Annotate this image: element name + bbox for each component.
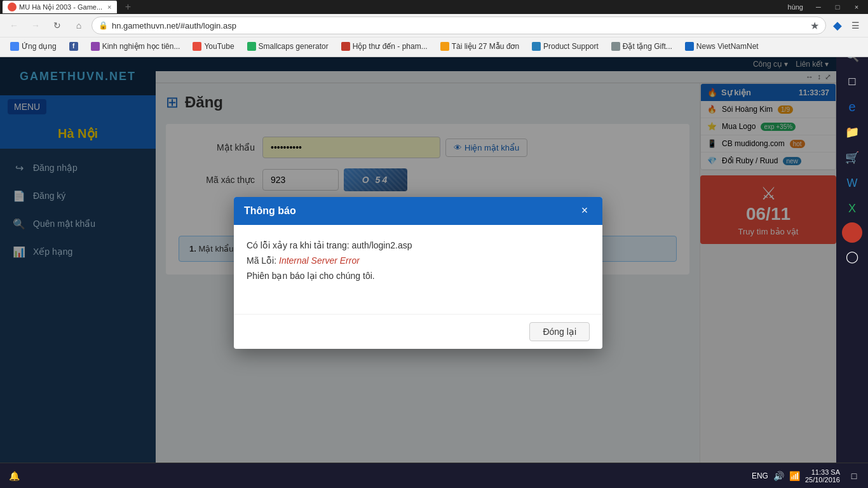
- window-controls: hùng ─ □ ×: [788, 1, 868, 13]
- bookmark-favicon: [440, 42, 449, 51]
- dialog-line2-prefix: Mã Lỗi:: [247, 255, 279, 266]
- dialog-close-btn[interactable]: Đóng lại: [529, 322, 590, 341]
- bookmark-favicon: f: [69, 42, 78, 51]
- dialog-header: Thông báo ×: [234, 197, 602, 225]
- error-dialog: Thông báo × Có lỗi xảy ra khi tải trang:…: [234, 197, 602, 349]
- taskbar-notification-icon[interactable]: 🔔: [5, 467, 23, 485]
- app-icon-red[interactable]: [842, 222, 862, 243]
- browser-tab-active[interactable]: MU Hà Nội 2003 - Game... ×: [3, 1, 117, 13]
- home-button[interactable]: ⌂: [70, 17, 88, 34]
- task-view-icon[interactable]: □: [841, 70, 864, 93]
- bookmark-favicon: [341, 42, 350, 51]
- close-button[interactable]: ×: [848, 1, 865, 13]
- tab-title: MU Hà Nội 2003 - Game...: [19, 3, 102, 11]
- ssl-lock-icon: 🔒: [98, 21, 108, 30]
- taskbar-left: 🔔: [5, 467, 23, 485]
- minimize-button[interactable]: ─: [810, 1, 827, 13]
- bookmark-favicon: [91, 42, 100, 51]
- excel-icon[interactable]: X: [841, 197, 864, 220]
- store-icon[interactable]: 🛒: [841, 146, 864, 169]
- dialog-line2: Mã Lỗi: Internal Server Error: [247, 255, 590, 266]
- notification-center-icon[interactable]: □: [845, 467, 863, 485]
- titlebar-left: MU Hà Nội 2003 - Game... × +: [0, 0, 137, 16]
- bookmark-label: Hộp thư đến - pham...: [353, 42, 428, 51]
- bookmark-label: Kinh nghiệm học tiên...: [102, 42, 180, 51]
- bookmarks-bar: Ứng dụng f Kinh nghiệm học tiên... YouTu…: [0, 37, 868, 55]
- bookmark-youtube[interactable]: YouTube: [187, 41, 239, 52]
- taskbar-lang[interactable]: ENG: [752, 471, 768, 480]
- volume-icon[interactable]: 🔊: [773, 471, 784, 481]
- bookmark-label: YouTube: [204, 42, 234, 51]
- bookmark-label: News VietNamNet: [696, 42, 759, 51]
- bookmark-label: Product Support: [543, 42, 599, 51]
- star-icon[interactable]: ★: [810, 20, 819, 32]
- back-button[interactable]: ←: [5, 17, 23, 34]
- tab-close-btn[interactable]: ×: [107, 3, 111, 11]
- new-tab-button[interactable]: +: [119, 0, 137, 16]
- clock-date: 25/10/2016: [805, 476, 840, 484]
- taskbar-right: ENG 🔊 📶 11:33 SA 25/10/2016 □: [752, 467, 863, 485]
- extensions-btn[interactable]: ☰: [848, 18, 863, 33]
- chrome-sidebar-icon[interactable]: ◯: [841, 245, 864, 268]
- bookmark-label: Smallcaps generator: [259, 42, 329, 51]
- bookmark-ok-gift[interactable]: Đặt tặng Gift...: [606, 41, 677, 52]
- bookmark-smallcaps[interactable]: Smallcaps generator: [242, 41, 334, 52]
- bookmark-favicon: [532, 42, 541, 51]
- dialog-body: Có lỗi xảy ra khi tải trang: auth/login2…: [234, 225, 602, 314]
- file-explorer-icon[interactable]: 📁: [841, 121, 864, 144]
- refresh-button[interactable]: ↻: [48, 17, 66, 34]
- dialog-line1: Có lỗi xảy ra khi tải trang: auth/login2…: [247, 240, 590, 250]
- bookmark-ung-dung[interactable]: Ứng dụng: [5, 41, 62, 52]
- dialog-overlay: Thông báo × Có lỗi xảy ra khi tải trang:…: [0, 57, 836, 488]
- edge-icon[interactable]: ◆: [830, 18, 845, 33]
- forward-button[interactable]: →: [27, 17, 44, 34]
- dialog-line3: Phiên bạn báo lại cho chúng tôi.: [247, 271, 590, 281]
- bookmark-fb[interactable]: f: [64, 41, 83, 52]
- clock-time: 11:33 SA: [805, 468, 840, 476]
- url-bar[interactable]: 🔒 hn.gamethuvn.net/#auth/login.asp ★: [92, 17, 826, 34]
- bookmark-gmail[interactable]: Hộp thư đến - pham...: [336, 41, 433, 52]
- browser-right-controls: ◆ ☰: [830, 18, 863, 33]
- taskbar-time: 11:33 SA 25/10/2016: [805, 468, 840, 484]
- network-icon[interactable]: 📶: [789, 471, 800, 481]
- maximize-button[interactable]: □: [829, 1, 846, 13]
- edge-sidebar-icon[interactable]: e: [841, 95, 864, 118]
- window-user: hùng: [788, 3, 803, 11]
- address-bar-area: ← → ↻ ⌂ 🔒 hn.gamethuvn.net/#auth/login.a…: [0, 14, 868, 37]
- bookmark-tai-lieu[interactable]: Tài liệu 27 Mẫu đơn: [435, 41, 524, 52]
- tab-favicon: [8, 3, 17, 11]
- browser-chrome: ← → ↻ ⌂ 🔒 hn.gamethuvn.net/#auth/login.a…: [0, 14, 868, 57]
- address-bar-right: ★: [810, 20, 819, 32]
- windows-titlebar: MU Hà Nội 2003 - Game... × + hùng ─ □ ×: [0, 0, 868, 14]
- bookmark-label: Tài liệu 27 Mẫu đơn: [452, 42, 519, 51]
- dialog-error-text: Internal Server Error: [279, 255, 360, 266]
- bookmark-kinh-nghiem[interactable]: Kinh nghiệm học tiên...: [86, 41, 186, 52]
- bookmark-favicon: [611, 42, 620, 51]
- bookmark-product-support[interactable]: Product Support: [527, 41, 604, 52]
- bookmark-label: Ứng dụng: [22, 42, 57, 51]
- word-icon[interactable]: W: [841, 172, 864, 194]
- bookmark-favicon: [10, 42, 19, 51]
- bookmark-favicon: [247, 42, 256, 51]
- windows-taskbar-bottom: 🔔 ENG 🔊 📶 11:33 SA 25/10/2016 □: [0, 463, 868, 488]
- dialog-title: Thông báo: [244, 205, 296, 217]
- bookmark-vietnamnet[interactable]: News VietNamNet: [680, 41, 764, 52]
- windows-right-sidebar: ⊞ 🔍 □ e 📁 🛒 W X ◯: [836, 14, 868, 488]
- bookmark-favicon: [685, 42, 694, 51]
- dialog-footer: Đóng lại: [234, 314, 602, 349]
- bookmark-label: Đặt tặng Gift...: [623, 42, 672, 51]
- url-text: hn.gamethuvn.net/#auth/login.asp: [112, 21, 236, 30]
- dialog-close-button[interactable]: ×: [577, 203, 592, 219]
- bookmark-favicon: [193, 42, 201, 51]
